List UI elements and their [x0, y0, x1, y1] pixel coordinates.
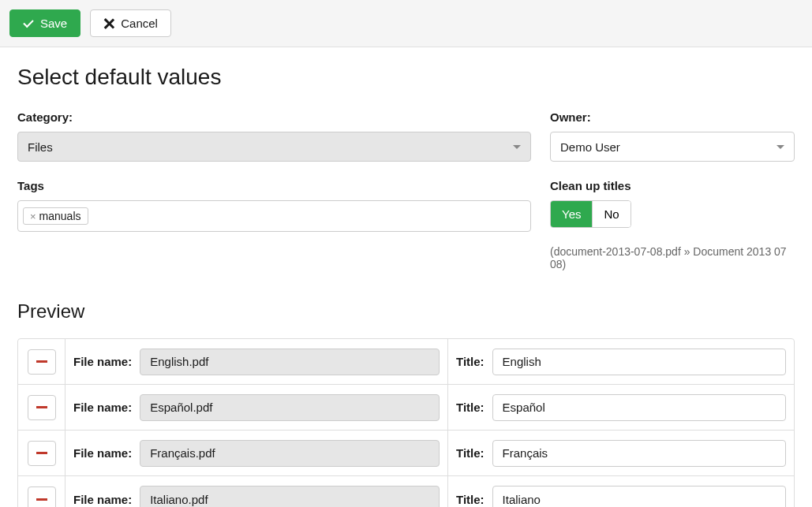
owner-select[interactable]: Demo User [550, 132, 795, 162]
title-cell: Title: [448, 431, 794, 475]
filename-label: File name: [73, 493, 132, 506]
filename-cell: File name: [65, 385, 448, 430]
remove-button[interactable] [28, 486, 56, 507]
owner-value: Demo User [560, 140, 620, 154]
remove-cell [18, 476, 65, 507]
filename-input [140, 440, 440, 467]
remove-button[interactable] [28, 441, 56, 466]
form-row-2: Tags × manuals Clean up titles Yes No (d… [17, 179, 795, 270]
chevron-down-icon [776, 145, 784, 149]
owner-label: Owner: [550, 110, 795, 124]
tag-chip[interactable]: × manuals [23, 207, 88, 225]
title-input[interactable] [492, 486, 786, 507]
filename-cell: File name: [65, 431, 448, 475]
remove-cell [18, 385, 65, 430]
minus-icon [36, 406, 47, 408]
minus-icon [36, 452, 47, 454]
page-title: Select default values [17, 65, 795, 90]
category-label: Category: [17, 110, 531, 124]
title-label: Title: [456, 446, 485, 460]
chevron-down-icon [513, 145, 521, 149]
title-cell: Title: [448, 385, 794, 430]
title-label: Title: [456, 401, 485, 414]
check-icon [23, 20, 34, 28]
cleanup-field: Clean up titles Yes No (document-2013-07… [550, 179, 795, 270]
cleanup-yes-button[interactable]: Yes [551, 201, 592, 227]
cancel-button-label: Cancel [121, 17, 158, 30]
form-row-1: Category: Files Owner: Demo User [17, 110, 795, 162]
tags-input[interactable]: × manuals [17, 200, 531, 232]
title-input[interactable] [492, 440, 786, 467]
filename-input [140, 486, 440, 507]
cleanup-label: Clean up titles [550, 179, 795, 192]
filename-label: File name: [73, 446, 132, 460]
tag-label: manuals [39, 210, 81, 222]
remove-button[interactable] [28, 349, 56, 375]
filename-label: File name: [73, 401, 132, 414]
tags-label: Tags [17, 179, 531, 192]
save-button[interactable]: Save [9, 9, 80, 37]
filename-input [140, 349, 440, 375]
title-label: Title: [456, 493, 485, 506]
filename-label: File name: [73, 355, 132, 368]
remove-cell [18, 431, 65, 475]
preview-heading: Preview [17, 300, 795, 322]
close-icon [103, 18, 114, 29]
save-button-label: Save [40, 17, 67, 30]
category-field: Category: Files [17, 110, 531, 162]
remove-button[interactable] [28, 395, 56, 420]
title-cell: Title: [448, 339, 794, 384]
title-cell: Title: [448, 476, 794, 507]
owner-field: Owner: Demo User [550, 110, 795, 162]
cancel-button[interactable]: Cancel [90, 9, 171, 37]
cleanup-no-button[interactable]: No [592, 201, 630, 227]
cleanup-toggle: Yes No [550, 200, 631, 228]
category-select[interactable]: Files [17, 132, 531, 162]
filename-input [140, 394, 440, 421]
cleanup-hint: (document-2013-07-08.pdf » Document 2013… [550, 245, 795, 270]
table-row: File name: Title: [18, 476, 794, 507]
content: Select default values Category: Files Ow… [0, 47, 812, 507]
preview-table: File name: Title: File name: Title: [17, 338, 795, 507]
minus-icon [36, 360, 47, 363]
toolbar: Save Cancel [0, 0, 812, 47]
filename-cell: File name: [65, 339, 448, 384]
tags-field: Tags × manuals [17, 179, 531, 270]
table-row: File name: Title: [18, 385, 794, 431]
minus-icon [36, 498, 47, 501]
table-row: File name: Title: [18, 339, 794, 385]
table-row: File name: Title: [18, 431, 794, 476]
category-value: Files [28, 140, 53, 154]
title-label: Title: [456, 355, 485, 368]
title-input[interactable] [492, 394, 786, 421]
remove-cell [18, 339, 65, 384]
title-input[interactable] [492, 349, 786, 375]
tag-remove-icon[interactable]: × [30, 211, 36, 222]
filename-cell: File name: [65, 476, 448, 507]
